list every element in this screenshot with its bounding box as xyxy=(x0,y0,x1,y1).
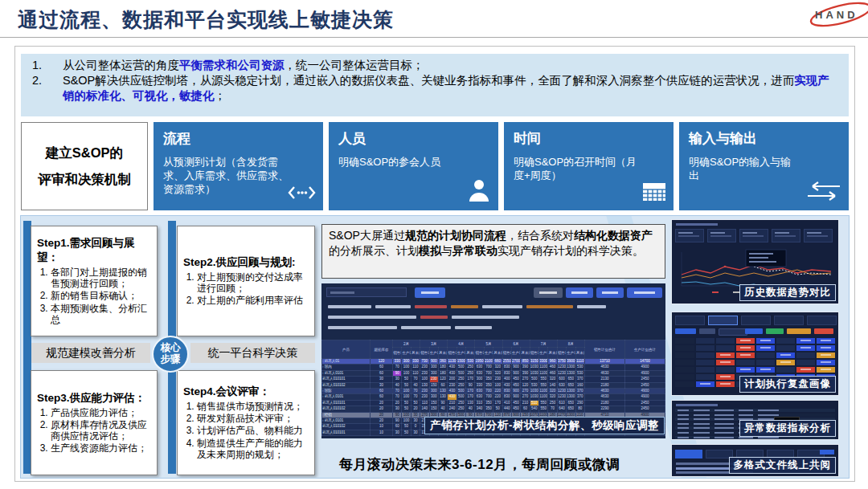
svg-decor xyxy=(287,184,316,202)
td-decor: › 国内 xyxy=(322,365,371,370)
label-anomaly-metrics: 异常数据指标分析 xyxy=(739,420,836,437)
td-decor: 100 xyxy=(402,370,411,376)
thumb-tiles xyxy=(675,316,837,325)
i-decor xyxy=(634,291,655,294)
div-decor xyxy=(772,229,800,242)
table-row: › 国内607010011023030018043050025063070032… xyxy=(322,365,665,370)
td-decor: 630 xyxy=(475,365,484,370)
span-decor: 生产计划 xyxy=(430,351,438,355)
td-decor: 1030 xyxy=(530,370,538,376)
span-decor: 月末库存 xyxy=(466,351,474,355)
dashboard-publish-button xyxy=(596,287,624,298)
td-decor: 500 xyxy=(457,394,465,400)
li-decor: 新的销售目标确认； xyxy=(51,290,151,301)
td-decor: 机器人010102 xyxy=(322,382,371,388)
td-decor: 1030 xyxy=(530,389,538,394)
span-decor: 建立S&OP的 xyxy=(46,145,123,162)
page-title: 通过流程、数据和平台实现线上敏捷决策 xyxy=(18,6,394,33)
s-decor xyxy=(800,369,812,370)
td-decor: 110 xyxy=(411,370,420,376)
td-decor: 40 xyxy=(466,406,475,412)
td-decor: 20 xyxy=(411,406,420,412)
td-decor: 1100 xyxy=(539,394,548,400)
td-decor: 机器人010101 xyxy=(322,430,371,435)
td-decor: 1300 xyxy=(567,365,575,370)
td-decor: 830 xyxy=(502,389,511,394)
div-decor xyxy=(756,367,775,373)
td-decor: 530 xyxy=(575,365,585,370)
th-decor: 生产计划 xyxy=(511,348,520,359)
td-decor: 460 xyxy=(548,365,557,370)
span-decor: 月末库存 xyxy=(549,351,557,355)
rect-decor xyxy=(733,291,739,293)
b-decor: 模拟 xyxy=(419,244,441,257)
div-decor xyxy=(675,360,835,365)
sop-dashboard-screenshot: 产品期初库存2月3月4月5月6月7月8月销售计划合计生产计划合计销售计划生产计划… xyxy=(321,283,665,438)
s-decor xyxy=(714,437,734,438)
td-decor: › 机器人0101 xyxy=(322,394,371,400)
td-decor: 2180 xyxy=(585,382,625,388)
th-decor: 销售计划 xyxy=(475,348,484,359)
td-decor: 430 xyxy=(448,365,457,370)
th-decor: 月末库存 xyxy=(521,348,530,359)
div-decor: 从预测到计划（含发货需求、入库需求、供应需求、资源需求） xyxy=(163,155,292,196)
s-decor xyxy=(328,305,371,308)
thumb-titlebar xyxy=(676,223,718,226)
span-decor: 月末库存 xyxy=(576,351,584,355)
circle-decor xyxy=(474,180,484,189)
td-decor: 640 xyxy=(557,406,566,412)
s-decor xyxy=(758,410,779,411)
td-decor: 250 xyxy=(457,377,465,382)
sop-description: S&OP大屏通过规范的计划协同流程，结合系统对结构化数据资产的分析展示、计划模拟… xyxy=(321,224,665,279)
th-decor: 生产计划 xyxy=(457,348,465,359)
label-plan-review: 计划执行复盘画像 xyxy=(739,376,836,393)
span-decor: 平衡需求和公司资源 xyxy=(179,59,285,71)
div-decor xyxy=(756,338,775,344)
td-decor: 100 xyxy=(402,389,411,394)
s-decor xyxy=(694,427,710,429)
div-decor xyxy=(675,345,835,351)
td-decor: 30 xyxy=(393,377,402,382)
td-decor: 410 xyxy=(502,400,511,405)
s-decor xyxy=(714,414,734,416)
td-decor: 2180 xyxy=(585,400,625,405)
span-decor: 销售计划 xyxy=(393,351,401,355)
td-decor: 350 xyxy=(484,406,493,412)
div-decor xyxy=(675,414,835,417)
em-decor xyxy=(743,235,764,237)
span-decor xyxy=(719,328,747,336)
span-decor: 生产计划 xyxy=(485,351,493,355)
td-decor: 100 xyxy=(420,377,429,382)
div-decor xyxy=(675,352,835,358)
div-decor xyxy=(776,360,795,365)
table-row: 机器人0101012020505011015090210250130310350… xyxy=(322,400,665,405)
td-decor: 370 xyxy=(575,389,585,394)
td-decor: 160 xyxy=(575,382,585,388)
div-decor: 明确S&OP的参会人员 xyxy=(338,155,459,169)
i-decor xyxy=(775,232,789,234)
td-decor: 450 xyxy=(511,382,520,388)
td-decor: 3150 xyxy=(530,359,538,365)
div-decor xyxy=(328,326,659,329)
td-decor: 900 xyxy=(511,389,520,394)
intro-item-number: 1. xyxy=(21,58,63,73)
td-decor: 70 xyxy=(411,389,420,394)
s-decor xyxy=(714,423,734,425)
rect-decor xyxy=(643,183,665,188)
td-decor: 2450 xyxy=(625,406,665,412)
td-decor: 4630 xyxy=(585,370,625,376)
li-decor: 对上期预测的交付达成率进行回顾； xyxy=(197,271,309,294)
td-decor: 3300 xyxy=(539,359,548,365)
td-decor: 2290 xyxy=(585,406,625,412)
div-decor xyxy=(716,374,735,380)
th-decor: 生产计划 xyxy=(539,348,548,359)
div-decor xyxy=(741,316,771,325)
td-decor: 170 xyxy=(466,389,475,394)
td-decor: 1110 xyxy=(575,359,585,365)
div-decor: 人员 xyxy=(338,129,489,148)
table-row: › 机器人01120330300330730900360113015005301… xyxy=(322,359,665,365)
td-decor: 50 xyxy=(493,406,502,412)
s-decor xyxy=(526,305,573,308)
div-decor xyxy=(675,316,705,325)
div-decor xyxy=(804,229,833,242)
